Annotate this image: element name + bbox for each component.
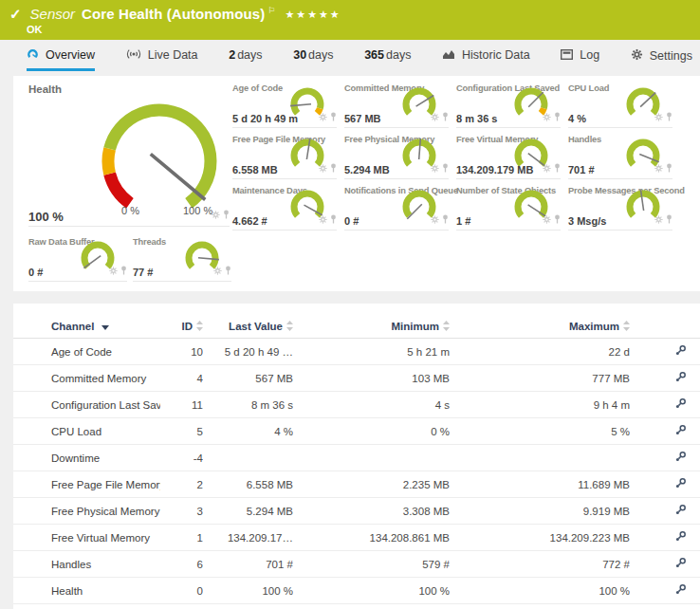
pin-icon[interactable] bbox=[330, 159, 337, 176]
channel-settings-icon[interactable] bbox=[674, 453, 687, 465]
tab-365-days[interactable]: 365days bbox=[364, 48, 411, 71]
live-data-icon bbox=[126, 48, 141, 63]
column-label: Last Value bbox=[229, 321, 283, 332]
tab-label: days bbox=[308, 48, 333, 62]
channel-settings-icon[interactable] bbox=[674, 374, 687, 385]
gear-icon[interactable] bbox=[654, 159, 663, 176]
pin-icon[interactable] bbox=[225, 262, 231, 279]
pin-icon[interactable] bbox=[442, 211, 449, 228]
cell-maximum: 772 # bbox=[450, 551, 630, 578]
gauge-cell-cpu-load[interactable]: CPU Load 4 % bbox=[568, 83, 672, 128]
table-row[interactable]: Committed Memory4567 MB103 MB777 MB bbox=[13, 365, 700, 392]
pin-icon[interactable] bbox=[442, 159, 449, 176]
tab-overview[interactable]: Overview bbox=[27, 48, 95, 71]
gauge-value: 134.209.179 MB bbox=[456, 164, 533, 175]
column-header-channel[interactable]: Channel bbox=[13, 315, 160, 339]
pin-icon[interactable] bbox=[120, 262, 127, 279]
gear-icon[interactable] bbox=[543, 108, 551, 125]
gear-icon[interactable] bbox=[654, 108, 663, 125]
gear-icon[interactable] bbox=[431, 108, 439, 125]
pin-icon[interactable] bbox=[554, 108, 561, 125]
gauge-cell-maintenance-days[interactable]: Maintenance Days 4.662 # bbox=[232, 186, 337, 231]
gauge-cell-handles[interactable]: Handles 701 # bbox=[568, 135, 672, 179]
channel-settings-icon[interactable] bbox=[674, 586, 687, 598]
gear-icon[interactable] bbox=[109, 262, 118, 279]
column-header-id[interactable]: ID bbox=[160, 315, 203, 339]
gear-icon[interactable] bbox=[654, 211, 663, 228]
gauge-cell-notifications-in-send-queue[interactable]: Notifications in Send Queue 0 # bbox=[344, 186, 449, 231]
gear-icon[interactable] bbox=[543, 159, 551, 176]
gear-icon[interactable] bbox=[431, 159, 439, 176]
channel-settings-icon[interactable] bbox=[674, 480, 687, 491]
channel-settings-icon[interactable] bbox=[674, 400, 687, 412]
cell-maximum: 5 % bbox=[450, 418, 630, 445]
channel-settings-icon[interactable] bbox=[674, 560, 687, 571]
gauge-cell-icons bbox=[431, 108, 449, 125]
channel-settings-icon[interactable] bbox=[674, 347, 687, 359]
gear-icon[interactable] bbox=[319, 211, 327, 228]
gauge-cell-free-virtual-memory[interactable]: Free Virtual Memory 134.209.179 MB bbox=[456, 135, 561, 179]
table-row[interactable]: Age of Code105 d 20 h 49 …5 h 21 m22 d bbox=[13, 339, 700, 365]
cell-minimum: 2.235 MB bbox=[293, 471, 450, 498]
gauge-cell-raw-data-buffer[interactable]: Raw Data Buffer 0 # bbox=[28, 237, 127, 282]
cell-last-value: 701 # bbox=[203, 551, 293, 578]
gear-icon[interactable] bbox=[543, 211, 551, 228]
pin-icon[interactable] bbox=[223, 206, 230, 223]
gear-icon[interactable] bbox=[212, 206, 220, 223]
gauge-cell-threads[interactable]: Threads 77 # bbox=[133, 237, 231, 282]
gauge-cell-free-physical-memory[interactable]: Free Physical Memory 5.294 MB bbox=[344, 135, 449, 179]
gauge-cell-free-page-file-memory[interactable]: Free Page File Memory 6.558 MB bbox=[232, 135, 337, 179]
gauge-cell-age-of-code[interactable]: Age of Code 5 d 20 h 49 m bbox=[232, 83, 337, 128]
tab-live-data[interactable]: Live Data bbox=[126, 48, 198, 71]
table-row[interactable]: Free Physical Memory35.294 MB3.308 MB9.9… bbox=[13, 498, 700, 525]
tab-label: Overview bbox=[46, 48, 95, 62]
tab-label: Log bbox=[580, 48, 599, 62]
gauge-icon bbox=[27, 48, 39, 63]
gauge-cell-configuration-last-saved[interactable]: Configuration Last Saved 8 m 36 s bbox=[456, 83, 561, 128]
cell-id: 2 bbox=[160, 471, 203, 498]
pin-icon[interactable] bbox=[442, 108, 449, 125]
tab-settings[interactable]: Settings bbox=[631, 48, 692, 71]
gear-icon[interactable] bbox=[319, 159, 327, 176]
gauge-cell-number-of-state-objects[interactable]: Number of State Objects 1 # bbox=[456, 186, 561, 231]
channel-settings-icon[interactable] bbox=[674, 533, 687, 544]
pin-icon[interactable] bbox=[666, 159, 672, 176]
gauge-cell-committed-memory[interactable]: Committed Memory 567 MB bbox=[344, 83, 449, 128]
tab-log[interactable]: Log bbox=[561, 48, 599, 71]
pin-icon[interactable] bbox=[666, 108, 672, 125]
gauge-cell-health[interactable]: Health 0 % 100 % 100 % bbox=[28, 83, 230, 227]
table-row[interactable]: Free Page File Memory26.558 MB2.235 MB11… bbox=[13, 471, 700, 498]
gauge-cell-icons bbox=[431, 211, 449, 228]
table-row[interactable]: Free Virtual Memory1134.209.17…134.208.8… bbox=[13, 525, 700, 551]
cell-id: 1 bbox=[160, 525, 203, 551]
channel-settings-icon[interactable] bbox=[674, 427, 687, 438]
gauge-cell-probe-messages-per-second[interactable]: Probe Messages per Second 3 Msg/s bbox=[568, 186, 672, 231]
gear-icon[interactable] bbox=[319, 108, 327, 125]
table-row[interactable]: Health0100 %100 %100 % bbox=[13, 578, 700, 604]
table-row[interactable]: CPU Load54 %0 %5 % bbox=[13, 418, 700, 445]
pin-icon[interactable] bbox=[554, 159, 561, 176]
cell-last-value: 4 % bbox=[203, 418, 293, 445]
cell-id: 9 bbox=[160, 604, 203, 609]
channel-settings-icon[interactable] bbox=[674, 507, 687, 518]
table-row[interactable]: Maintenance Days94.662 #4.662 #4.698 # bbox=[13, 604, 700, 609]
table-row[interactable]: Handles6701 #579 #772 # bbox=[13, 551, 700, 578]
table-row[interactable]: Configuration Last Saved118 m 36 s4 s9 h… bbox=[13, 392, 700, 418]
priority-flag-icon[interactable]: ⚐ bbox=[267, 6, 275, 15]
cell-maximum: 4.698 # bbox=[450, 604, 630, 609]
column-header-last-value[interactable]: Last Value bbox=[203, 315, 293, 339]
priority-stars[interactable]: ★★★★★ bbox=[285, 9, 341, 21]
pin-icon[interactable] bbox=[554, 211, 561, 228]
column-header-maximum[interactable]: Maximum bbox=[450, 315, 630, 339]
column-header-minimum[interactable]: Minimum bbox=[293, 315, 450, 339]
pin-icon[interactable] bbox=[330, 108, 337, 125]
cell-maximum: 11.689 MB bbox=[450, 471, 630, 498]
table-row[interactable]: Downtime-4 bbox=[13, 445, 700, 471]
tab-2-days[interactable]: 2days bbox=[229, 48, 262, 71]
pin-icon[interactable] bbox=[666, 211, 672, 228]
tab-historic-data[interactable]: Historic Data bbox=[442, 48, 530, 71]
gear-icon[interactable] bbox=[213, 262, 222, 279]
tab-30-days[interactable]: 30days bbox=[293, 48, 333, 71]
pin-icon[interactable] bbox=[330, 211, 337, 228]
gear-icon[interactable] bbox=[431, 211, 439, 228]
